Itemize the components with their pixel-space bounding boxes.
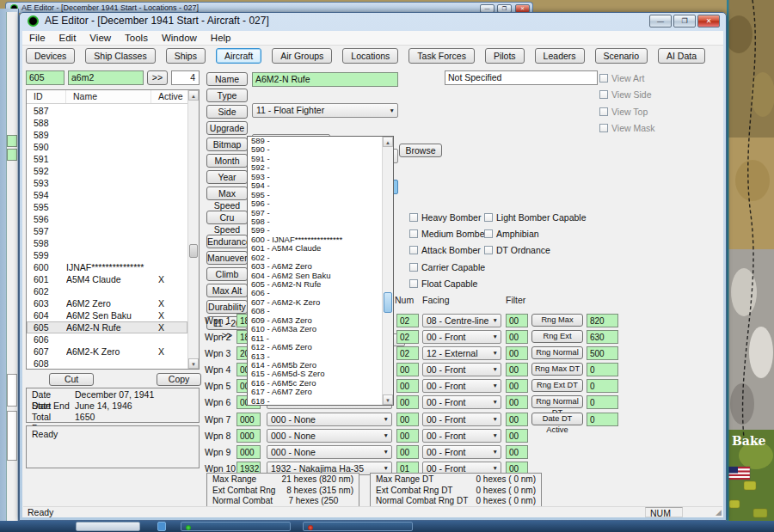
cut-button[interactable]: Cut: [49, 373, 94, 386]
nav-button[interactable]: Ships: [166, 48, 206, 64]
checkbox-icon[interactable]: [599, 90, 608, 99]
checkbox-row[interactable]: View Mask: [599, 122, 655, 136]
list-item[interactable]: 596: [27, 213, 187, 225]
list-scrollbar[interactable]: ▲ ▼: [187, 90, 199, 369]
list-item[interactable]: 608: [27, 358, 187, 370]
checkbox-icon[interactable]: [409, 246, 418, 254]
menu-item[interactable]: Window: [155, 33, 204, 43]
stat-button[interactable]: Month: [206, 154, 248, 168]
list-item[interactable]: 604 A6M2 Sen Baku X: [27, 309, 187, 321]
taskbar-icon[interactable]: [157, 522, 166, 531]
weapon-id-field[interactable]: 000: [236, 413, 261, 426]
stat-button[interactable]: Max Speed: [206, 187, 248, 200]
copy-button[interactable]: Copy: [157, 373, 201, 386]
scroll-up-icon[interactable]: ▲: [383, 137, 393, 147]
checkbox-icon[interactable]: [484, 229, 493, 238]
column-header-name[interactable]: Name: [66, 90, 151, 103]
search-go-button[interactable]: >>: [147, 70, 168, 85]
list-item[interactable]: 594: [27, 189, 187, 201]
weapon-num-field[interactable]: 02: [396, 314, 419, 327]
name-field[interactable]: A6M2-N Rufe: [252, 72, 398, 87]
facing-select[interactable]: 00 - Front▼: [422, 413, 501, 426]
list-item[interactable]: 592: [27, 165, 187, 177]
checkbox-icon[interactable]: [409, 279, 418, 288]
art-path-field[interactable]: Not Specified: [445, 70, 598, 85]
weapon-num-field[interactable]: 00: [396, 445, 419, 459]
scroll-up-icon[interactable]: ▲: [188, 90, 199, 101]
stat-button[interactable]: Year: [206, 170, 248, 184]
weapon-num-field[interactable]: 02: [396, 330, 419, 344]
weapon-select[interactable]: 000 - None▼: [267, 429, 392, 443]
filter-field[interactable]: 00: [506, 429, 528, 443]
checkbox-row[interactable]: Float Capable: [409, 278, 488, 291]
browse-button[interactable]: Browse: [399, 144, 442, 157]
list-item[interactable]: 599: [27, 249, 187, 261]
list-item[interactable]: 591: [27, 153, 187, 165]
range-button[interactable]: Rng Normal: [531, 346, 583, 359]
column-header-id[interactable]: ID: [27, 90, 66, 103]
list-item[interactable]: 601 A5M4 Claude X: [27, 273, 187, 285]
checkbox-row[interactable]: Medium Bomber: [409, 228, 488, 242]
range-value-field[interactable]: 0: [587, 413, 618, 426]
list-item[interactable]: 606: [27, 333, 187, 345]
checkbox-row[interactable]: View Art: [599, 72, 655, 86]
stat-button[interactable]: Manuever: [206, 251, 248, 265]
range-button[interactable]: Rng Ext DT: [531, 379, 583, 392]
side-label-button[interactable]: Side: [206, 105, 248, 119]
range-value-field[interactable]: 0: [587, 395, 618, 409]
weapon-id-field[interactable]: 000: [236, 429, 261, 443]
list-item[interactable]: 605 A6M2-N Rufe X: [27, 321, 187, 333]
menu-item[interactable]: Tools: [118, 33, 155, 43]
facing-select[interactable]: 08 - Centre-line▼: [422, 314, 501, 327]
range-value-field[interactable]: 500: [587, 346, 618, 360]
range-value-field[interactable]: 0: [587, 363, 618, 376]
checkbox-row[interactable]: Attack Bomber: [409, 244, 488, 258]
weapon-select[interactable]: 000 - None▼: [267, 413, 392, 426]
list-item[interactable]: 590: [27, 141, 187, 153]
taskbar-button[interactable]: [181, 522, 291, 531]
filter-field[interactable]: 00: [506, 395, 528, 409]
scrollbar-thumb[interactable]: [189, 244, 198, 258]
list-item[interactable]: 593: [27, 177, 187, 189]
dropdown-scrollbar[interactable]: ▲ ▼: [382, 137, 393, 405]
nav-button[interactable]: Task Forces: [408, 48, 475, 64]
weapon-num-field[interactable]: 00: [396, 429, 419, 443]
list-item[interactable]: 598: [27, 237, 187, 249]
checkbox-icon[interactable]: [484, 213, 493, 222]
list-item[interactable]: 603 A6M2 Zero X: [27, 297, 187, 309]
filter-field[interactable]: 00: [506, 314, 528, 327]
range-value-field[interactable]: 630: [587, 330, 618, 344]
weapon-num-field[interactable]: 02: [396, 346, 419, 360]
facing-select[interactable]: 00 - Front▼: [422, 395, 501, 409]
filter-field[interactable]: 00: [506, 413, 528, 426]
stat-button[interactable]: Endurance: [206, 235, 248, 248]
type-label-button[interactable]: Type: [206, 89, 248, 102]
range-button[interactable]: Rng Max: [531, 314, 583, 327]
resize-grip[interactable]: ◢: [716, 508, 722, 517]
dropdown-option[interactable]: 596 -: [248, 199, 382, 208]
maximize-button[interactable]: ❐: [673, 15, 696, 28]
stat-button[interactable]: Climb: [206, 267, 248, 281]
checkbox-icon[interactable]: [599, 124, 608, 132]
list-item[interactable]: 589: [27, 129, 187, 141]
type-select[interactable]: 11 - Float Fighter▼: [252, 103, 398, 118]
checkbox-row[interactable]: Light Bomber Capable: [484, 211, 586, 225]
checkbox-row[interactable]: Carrier Capable: [409, 261, 488, 275]
weapon-select[interactable]: 000 - None▼: [267, 445, 392, 459]
nav-button[interactable]: Leaders: [535, 48, 585, 64]
menu-item[interactable]: File: [22, 33, 52, 43]
nav-button[interactable]: Pilots: [485, 48, 525, 64]
facing-select[interactable]: 00 - Front▼: [422, 379, 501, 393]
name-label-button[interactable]: Name: [206, 72, 248, 86]
list-item[interactable]: 602: [27, 285, 187, 297]
taskbar-button[interactable]: [76, 522, 140, 531]
nav-button[interactable]: Scenario: [595, 48, 648, 64]
stat-button[interactable]: Max Alt: [206, 284, 248, 297]
checkbox-row[interactable]: View Side: [599, 89, 655, 102]
facing-select[interactable]: 12 - External▼: [422, 346, 501, 360]
checkbox-row[interactable]: DT Ordnance: [484, 244, 586, 258]
range-button[interactable]: Date DT Active: [531, 413, 583, 425]
dropdown-option[interactable]: 618 -: [248, 397, 382, 405]
record-id-field[interactable]: 605: [26, 70, 64, 85]
range-button[interactable]: Rng Max DT: [531, 363, 583, 376]
